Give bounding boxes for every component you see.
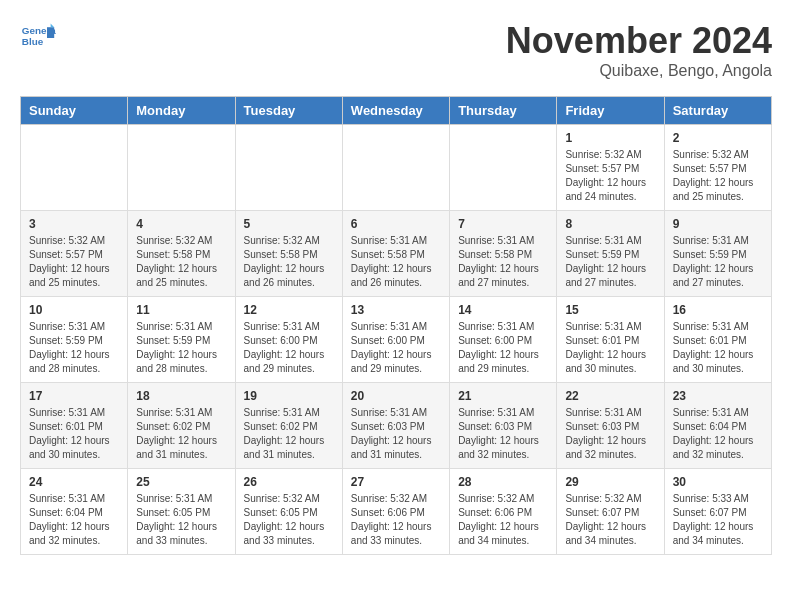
title-block: November 2024 Quibaxe, Bengo, Angola <box>506 20 772 80</box>
day-cell: 5Sunrise: 5:32 AMSunset: 5:58 PMDaylight… <box>235 211 342 297</box>
day-cell: 19Sunrise: 5:31 AMSunset: 6:02 PMDayligh… <box>235 383 342 469</box>
day-cell <box>128 125 235 211</box>
day-content: Sunrise: 5:31 AMSunset: 6:02 PMDaylight:… <box>244 406 334 462</box>
day-content: Sunrise: 5:31 AMSunset: 6:01 PMDaylight:… <box>29 406 119 462</box>
day-number: 7 <box>458 217 548 231</box>
day-content: Sunrise: 5:31 AMSunset: 6:01 PMDaylight:… <box>565 320 655 376</box>
day-content: Sunrise: 5:32 AMSunset: 6:05 PMDaylight:… <box>244 492 334 548</box>
svg-text:Blue: Blue <box>22 36 44 47</box>
day-number: 11 <box>136 303 226 317</box>
day-cell: 18Sunrise: 5:31 AMSunset: 6:02 PMDayligh… <box>128 383 235 469</box>
day-content: Sunrise: 5:31 AMSunset: 6:04 PMDaylight:… <box>673 406 763 462</box>
day-cell: 8Sunrise: 5:31 AMSunset: 5:59 PMDaylight… <box>557 211 664 297</box>
day-content: Sunrise: 5:31 AMSunset: 6:00 PMDaylight:… <box>244 320 334 376</box>
day-number: 28 <box>458 475 548 489</box>
day-number: 20 <box>351 389 441 403</box>
day-number: 8 <box>565 217 655 231</box>
day-cell <box>21 125 128 211</box>
day-content: Sunrise: 5:31 AMSunset: 6:03 PMDaylight:… <box>351 406 441 462</box>
day-cell: 22Sunrise: 5:31 AMSunset: 6:03 PMDayligh… <box>557 383 664 469</box>
day-number: 15 <box>565 303 655 317</box>
day-cell: 23Sunrise: 5:31 AMSunset: 6:04 PMDayligh… <box>664 383 771 469</box>
day-cell: 21Sunrise: 5:31 AMSunset: 6:03 PMDayligh… <box>450 383 557 469</box>
day-content: Sunrise: 5:32 AMSunset: 6:06 PMDaylight:… <box>351 492 441 548</box>
day-content: Sunrise: 5:31 AMSunset: 6:01 PMDaylight:… <box>673 320 763 376</box>
day-cell: 26Sunrise: 5:32 AMSunset: 6:05 PMDayligh… <box>235 469 342 555</box>
day-content: Sunrise: 5:32 AMSunset: 5:57 PMDaylight:… <box>673 148 763 204</box>
day-cell: 6Sunrise: 5:31 AMSunset: 5:58 PMDaylight… <box>342 211 449 297</box>
day-number: 26 <box>244 475 334 489</box>
day-content: Sunrise: 5:31 AMSunset: 6:03 PMDaylight:… <box>565 406 655 462</box>
day-number: 13 <box>351 303 441 317</box>
day-cell: 9Sunrise: 5:31 AMSunset: 5:59 PMDaylight… <box>664 211 771 297</box>
week-row-2: 3Sunrise: 5:32 AMSunset: 5:57 PMDaylight… <box>21 211 772 297</box>
week-row-3: 10Sunrise: 5:31 AMSunset: 5:59 PMDayligh… <box>21 297 772 383</box>
day-cell: 24Sunrise: 5:31 AMSunset: 6:04 PMDayligh… <box>21 469 128 555</box>
day-cell: 4Sunrise: 5:32 AMSunset: 5:58 PMDaylight… <box>128 211 235 297</box>
day-content: Sunrise: 5:31 AMSunset: 6:02 PMDaylight:… <box>136 406 226 462</box>
day-number: 3 <box>29 217 119 231</box>
day-number: 19 <box>244 389 334 403</box>
day-number: 1 <box>565 131 655 145</box>
day-number: 29 <box>565 475 655 489</box>
day-cell: 28Sunrise: 5:32 AMSunset: 6:06 PMDayligh… <box>450 469 557 555</box>
day-content: Sunrise: 5:32 AMSunset: 5:58 PMDaylight:… <box>136 234 226 290</box>
day-cell: 14Sunrise: 5:31 AMSunset: 6:00 PMDayligh… <box>450 297 557 383</box>
day-cell: 17Sunrise: 5:31 AMSunset: 6:01 PMDayligh… <box>21 383 128 469</box>
day-number: 17 <box>29 389 119 403</box>
day-number: 18 <box>136 389 226 403</box>
day-content: Sunrise: 5:31 AMSunset: 6:00 PMDaylight:… <box>458 320 548 376</box>
day-number: 10 <box>29 303 119 317</box>
day-number: 14 <box>458 303 548 317</box>
day-cell: 30Sunrise: 5:33 AMSunset: 6:07 PMDayligh… <box>664 469 771 555</box>
day-number: 5 <box>244 217 334 231</box>
day-content: Sunrise: 5:31 AMSunset: 5:59 PMDaylight:… <box>136 320 226 376</box>
day-cell: 10Sunrise: 5:31 AMSunset: 5:59 PMDayligh… <box>21 297 128 383</box>
day-cell: 13Sunrise: 5:31 AMSunset: 6:00 PMDayligh… <box>342 297 449 383</box>
day-cell: 1Sunrise: 5:32 AMSunset: 5:57 PMDaylight… <box>557 125 664 211</box>
day-cell: 7Sunrise: 5:31 AMSunset: 5:58 PMDaylight… <box>450 211 557 297</box>
page-header: General Blue November 2024 Quibaxe, Beng… <box>20 20 772 80</box>
svg-marker-3 <box>47 27 54 38</box>
day-cell: 25Sunrise: 5:31 AMSunset: 6:05 PMDayligh… <box>128 469 235 555</box>
day-cell: 27Sunrise: 5:32 AMSunset: 6:06 PMDayligh… <box>342 469 449 555</box>
day-content: Sunrise: 5:31 AMSunset: 5:59 PMDaylight:… <box>673 234 763 290</box>
day-number: 6 <box>351 217 441 231</box>
week-row-1: 1Sunrise: 5:32 AMSunset: 5:57 PMDaylight… <box>21 125 772 211</box>
day-content: Sunrise: 5:31 AMSunset: 5:58 PMDaylight:… <box>351 234 441 290</box>
weekday-header-friday: Friday <box>557 97 664 125</box>
day-content: Sunrise: 5:31 AMSunset: 5:59 PMDaylight:… <box>565 234 655 290</box>
day-content: Sunrise: 5:31 AMSunset: 6:05 PMDaylight:… <box>136 492 226 548</box>
day-cell: 3Sunrise: 5:32 AMSunset: 5:57 PMDaylight… <box>21 211 128 297</box>
day-content: Sunrise: 5:32 AMSunset: 6:06 PMDaylight:… <box>458 492 548 548</box>
day-content: Sunrise: 5:31 AMSunset: 6:04 PMDaylight:… <box>29 492 119 548</box>
calendar-table: SundayMondayTuesdayWednesdayThursdayFrid… <box>20 96 772 555</box>
week-row-5: 24Sunrise: 5:31 AMSunset: 6:04 PMDayligh… <box>21 469 772 555</box>
day-number: 30 <box>673 475 763 489</box>
week-row-4: 17Sunrise: 5:31 AMSunset: 6:01 PMDayligh… <box>21 383 772 469</box>
weekday-header-sunday: Sunday <box>21 97 128 125</box>
day-cell <box>450 125 557 211</box>
weekday-header-row: SundayMondayTuesdayWednesdayThursdayFrid… <box>21 97 772 125</box>
day-cell: 2Sunrise: 5:32 AMSunset: 5:57 PMDaylight… <box>664 125 771 211</box>
day-cell: 15Sunrise: 5:31 AMSunset: 6:01 PMDayligh… <box>557 297 664 383</box>
month-title: November 2024 <box>506 20 772 62</box>
day-content: Sunrise: 5:33 AMSunset: 6:07 PMDaylight:… <box>673 492 763 548</box>
day-content: Sunrise: 5:31 AMSunset: 5:58 PMDaylight:… <box>458 234 548 290</box>
day-number: 22 <box>565 389 655 403</box>
weekday-header-tuesday: Tuesday <box>235 97 342 125</box>
weekday-header-saturday: Saturday <box>664 97 771 125</box>
day-content: Sunrise: 5:31 AMSunset: 5:59 PMDaylight:… <box>29 320 119 376</box>
day-number: 23 <box>673 389 763 403</box>
day-number: 25 <box>136 475 226 489</box>
day-cell: 12Sunrise: 5:31 AMSunset: 6:00 PMDayligh… <box>235 297 342 383</box>
day-number: 21 <box>458 389 548 403</box>
day-content: Sunrise: 5:32 AMSunset: 6:07 PMDaylight:… <box>565 492 655 548</box>
day-cell: 16Sunrise: 5:31 AMSunset: 6:01 PMDayligh… <box>664 297 771 383</box>
day-number: 2 <box>673 131 763 145</box>
day-number: 27 <box>351 475 441 489</box>
day-content: Sunrise: 5:32 AMSunset: 5:58 PMDaylight:… <box>244 234 334 290</box>
day-number: 4 <box>136 217 226 231</box>
day-content: Sunrise: 5:32 AMSunset: 5:57 PMDaylight:… <box>29 234 119 290</box>
logo: General Blue <box>20 20 56 56</box>
